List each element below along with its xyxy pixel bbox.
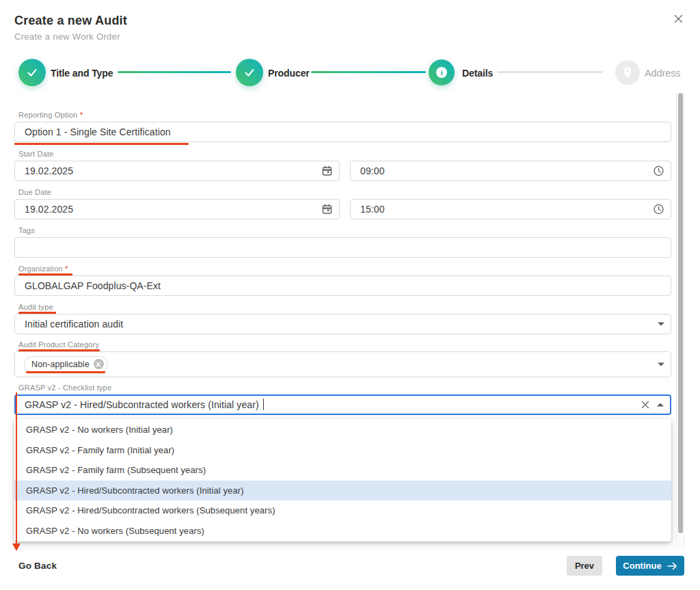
step-details-label: Details — [462, 68, 493, 79]
start-time-input[interactable] — [351, 161, 671, 180]
step-connector-completed-2 — [311, 71, 426, 73]
organization-input[interactable] — [15, 276, 671, 295]
field-reporting-option: Reporting Option * — [14, 111, 671, 142]
annotation-underline-chip — [26, 371, 105, 373]
step-title-and-type-circle[interactable] — [18, 59, 46, 86]
annotation-underline-audit-type-label — [18, 312, 56, 314]
grasp-checklist-type-input[interactable] — [16, 396, 670, 414]
go-back-link[interactable]: Go Back — [18, 561, 57, 571]
page-title: Create a new Audit — [14, 14, 127, 28]
scrollbar-thumb[interactable] — [678, 93, 683, 533]
field-tags: Tags — [14, 227, 671, 258]
tags-label: Tags — [14, 227, 671, 234]
chevron-down-icon[interactable] — [658, 322, 664, 325]
clear-icon[interactable] — [641, 401, 649, 409]
dropdown-option-highlighted[interactable]: GRASP v2 - Hired/Subcontracted workers (… — [14, 481, 671, 501]
grasp-checklist-dropdown: GRASP v2 - No workers (Initial year) GRA… — [14, 419, 671, 541]
field-grasp-checklist-type: GRASP v2 - Checklist type — [14, 384, 671, 415]
due-time-input[interactable] — [351, 200, 671, 219]
chip-non-applicable[interactable]: Non-applicable — [24, 356, 108, 373]
calendar-icon[interactable] — [321, 165, 333, 176]
audit-type-select[interactable] — [15, 314, 671, 334]
field-audit-product-category: Audit Product Category Non-applicable — [14, 341, 671, 377]
annotation-underline-organization-label — [18, 273, 72, 276]
dropdown-option[interactable]: GRASP v2 - Hired/Subcontracted workers (… — [14, 500, 671, 521]
step-connector-pending — [497, 71, 603, 73]
annotation-arrow-line — [16, 392, 18, 544]
organization-label: Organization * — [14, 265, 671, 273]
chip-label: Non-applicable — [31, 360, 90, 369]
location-pin-icon — [621, 66, 634, 79]
audit-type-label: Audit type — [14, 304, 671, 311]
start-time-label — [350, 150, 671, 158]
field-start-date-row: Start Date — [14, 150, 671, 181]
field-due-date-row: Due Date — [14, 189, 671, 219]
annotation-arrow-head — [12, 544, 21, 551]
step-producer-label: Producer — [268, 68, 310, 79]
close-icon — [674, 14, 683, 23]
field-organization: Organization * — [14, 265, 671, 296]
dropdown-option[interactable]: GRASP v2 - No workers (Subsequent years) — [14, 521, 671, 541]
chip-remove-icon[interactable] — [94, 359, 104, 369]
check-icon — [243, 66, 256, 79]
field-audit-type: Audit type — [14, 304, 671, 334]
continue-button[interactable]: Continue — [616, 556, 684, 576]
step-address-label: Address — [645, 68, 681, 79]
step-title-and-type-label: Title and Type — [51, 68, 113, 79]
step-connector-completed-1 — [118, 71, 231, 73]
dropdown-option[interactable]: GRASP v2 - Family farm (Initial year) — [14, 440, 671, 461]
due-date-label: Due Date — [14, 189, 340, 196]
scrollbar-track[interactable] — [676, 93, 684, 548]
reporting-option-label: Reporting Option * — [14, 111, 671, 119]
audit-product-category-label: Audit Product Category — [14, 341, 671, 349]
start-date-label: Start Date — [14, 150, 340, 158]
clock-icon[interactable] — [653, 203, 664, 215]
step-details-circle[interactable]: i — [429, 59, 455, 85]
step-producer-circle[interactable] — [236, 59, 263, 86]
page-subtitle: Create a new Work Order — [14, 31, 120, 42]
continue-label: Continue — [623, 561, 661, 571]
annotation-underline-audit-product-category-label — [18, 349, 100, 351]
calendar-icon[interactable] — [321, 203, 333, 215]
check-icon — [25, 66, 39, 79]
step-address-circle[interactable] — [615, 60, 640, 85]
grasp-checklist-type-label: GRASP v2 - Checklist type — [14, 384, 671, 392]
start-date-input[interactable] — [15, 161, 339, 180]
chevron-up-icon[interactable] — [657, 403, 664, 406]
clock-icon[interactable] — [653, 165, 664, 176]
form-area: Reporting Option * Start Date — [14, 111, 671, 426]
chevron-down-icon[interactable] — [658, 362, 664, 366]
dropdown-option[interactable]: GRASP v2 - Family farm (Subsequent years… — [14, 460, 671, 481]
annotation-underline-reporting-option — [14, 143, 189, 145]
close-button[interactable] — [674, 14, 683, 23]
prev-button[interactable]: Prev — [567, 556, 602, 576]
due-date-input[interactable] — [15, 200, 339, 219]
info-icon: i — [436, 67, 447, 78]
text-cursor — [263, 399, 264, 410]
tags-input[interactable] — [15, 238, 671, 257]
reporting-option-input[interactable] — [15, 122, 671, 142]
arrow-right-icon — [667, 562, 677, 570]
dropdown-option[interactable]: GRASP v2 - No workers (Initial year) — [14, 420, 671, 440]
due-time-label — [350, 189, 671, 196]
